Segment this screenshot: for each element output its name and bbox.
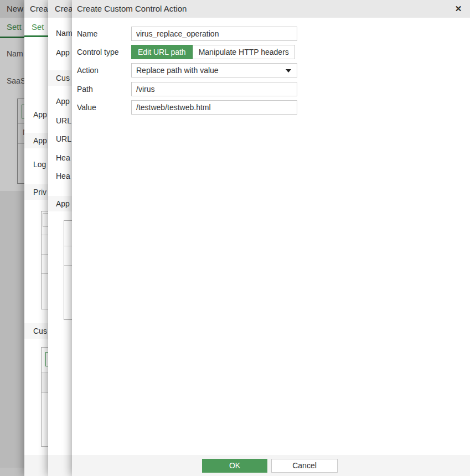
- dialog3-label: Nam: [56, 29, 73, 38]
- dialog3-label: App: [56, 48, 70, 57]
- dialog-footer: OK Cancel: [72, 456, 470, 476]
- action-select-value: Replace path with value: [136, 66, 219, 75]
- chevron-down-icon: [286, 69, 291, 73]
- dialog2-section-label: App: [33, 133, 47, 148]
- action-select[interactable]: Replace path with value: [131, 63, 297, 77]
- dialog-title: Create Custom Control Action: [77, 0, 187, 18]
- control-type-segmented-control: Edit URL path Manipulate HTTP headers: [131, 45, 297, 59]
- dialog3-label: App: [56, 97, 70, 106]
- dialog3-section-label: Cus: [56, 70, 70, 86]
- path-label: Path: [77, 82, 93, 96]
- dialog3-title: Crea: [55, 0, 73, 18]
- name-input[interactable]: [131, 27, 297, 41]
- dialog3-label: URL: [56, 134, 71, 143]
- close-icon[interactable]: ✕: [453, 4, 463, 14]
- value-label: Value: [77, 100, 96, 115]
- control-type-option-manipulate-http-headers[interactable]: Manipulate HTTP headers: [193, 45, 295, 59]
- control-type-option-edit-url-path[interactable]: Edit URL path: [131, 45, 193, 59]
- dialog-header: Create Custom Control Action ✕: [72, 0, 470, 18]
- dialog2-tab-settings[interactable]: Set: [32, 22, 44, 32]
- dialog2-title: Crea: [30, 0, 48, 18]
- dialog3-label: Hea: [56, 172, 70, 180]
- cancel-button[interactable]: Cancel: [271, 459, 338, 473]
- action-label: Action: [77, 63, 99, 77]
- dialog2-label: Log: [33, 160, 46, 169]
- path-input[interactable]: [131, 82, 297, 96]
- dialog2-section-label: Priv: [33, 184, 47, 200]
- dialog2-section-label: Cus: [33, 323, 47, 339]
- dialog3-label: URL: [56, 116, 71, 125]
- value-input[interactable]: [131, 100, 297, 115]
- control-type-label: Control type: [77, 45, 118, 59]
- dialog3-label: Hea: [56, 153, 70, 162]
- ok-button[interactable]: OK: [202, 459, 267, 473]
- dialog3-section-label: App: [56, 196, 70, 211]
- dialog2-label: App: [33, 110, 47, 119]
- name-label: Name: [77, 27, 97, 41]
- create-custom-control-action-dialog: Create Custom Control Action ✕ Name Cont…: [72, 0, 470, 476]
